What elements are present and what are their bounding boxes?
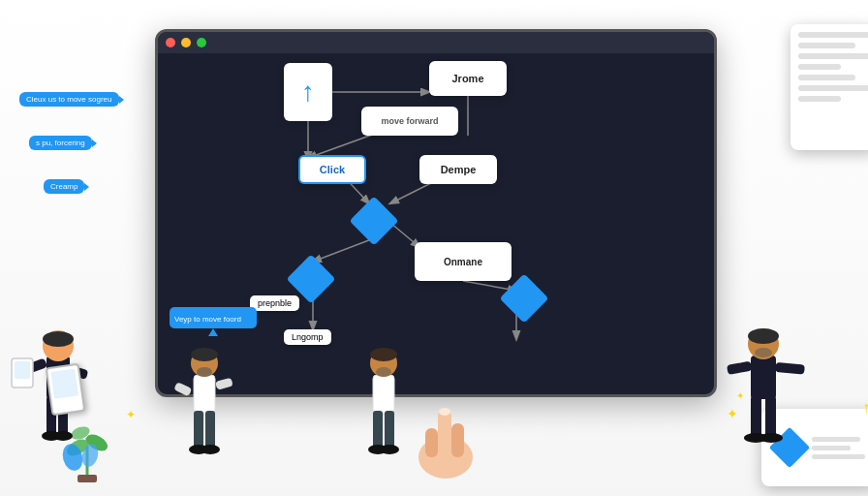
svg-point-54	[439, 408, 450, 416]
svg-marker-41	[208, 328, 218, 336]
person-dark-right	[727, 328, 805, 443]
panel-line	[798, 96, 841, 102]
svg-text:Veyp to move foord: Veyp to move foord	[174, 315, 241, 324]
scene: ↑ Jrome move forward Click Dempe On	[0, 0, 868, 496]
svg-rect-29	[194, 375, 215, 414]
svg-point-31	[191, 348, 218, 361]
svg-rect-52	[451, 423, 464, 457]
svg-point-64	[760, 433, 783, 443]
svg-rect-33	[173, 382, 192, 396]
onmane-label: Onmane	[444, 257, 482, 267]
svg-rect-61	[751, 396, 761, 437]
svg-rect-34	[215, 378, 233, 390]
panel-line	[798, 53, 868, 59]
svg-rect-62	[765, 396, 776, 437]
person-white-right	[368, 348, 399, 454]
click-label: Click	[320, 164, 345, 175]
svg-point-38	[201, 445, 220, 454]
svg-point-32	[197, 367, 212, 377]
monitor-titlebar	[158, 32, 714, 53]
svg-rect-42	[373, 375, 394, 414]
svg-rect-55	[751, 356, 776, 399]
svg-point-58	[755, 348, 772, 357]
bubble-3-text: Creamp	[50, 182, 78, 191]
svg-rect-59	[727, 361, 752, 375]
node-click[interactable]: Click	[298, 155, 366, 184]
svg-rect-35	[194, 411, 203, 450]
svg-rect-23	[15, 361, 30, 379]
node-home: Jrome	[429, 61, 507, 96]
svg-line-6	[313, 238, 374, 262]
speech-bubble-2: s pu, forcering	[29, 136, 92, 150]
node-diamond-1	[350, 197, 399, 246]
node-onmane: Onmane	[415, 242, 512, 281]
svg-rect-51	[438, 409, 451, 457]
bubble-2-text: s pu, forcering	[36, 139, 85, 147]
side-panel-top	[790, 24, 868, 150]
svg-point-27	[53, 431, 73, 441]
move-forward-label: move forward	[381, 116, 438, 126]
people-illustration: ✦ ✦ ✦	[0, 302, 868, 496]
svg-rect-46	[373, 411, 383, 450]
bubble-1-text: Cleux us to move sogreu	[26, 95, 112, 104]
svg-rect-47	[385, 411, 394, 450]
pointer-hand	[418, 408, 473, 479]
dempe-label: Dempe	[441, 164, 477, 175]
panel-line	[798, 43, 855, 48]
speech-bubble-3: Creamp	[44, 179, 84, 194]
sparkle-2: ✦	[727, 406, 738, 421]
close-dot	[166, 38, 175, 47]
side-panel-lines	[790, 24, 868, 109]
sparkle-1: ✦	[126, 408, 136, 421]
node-up-arrow: ↑	[284, 63, 332, 121]
svg-point-20	[43, 331, 74, 347]
person-white-midleft	[173, 348, 233, 454]
svg-point-44	[370, 348, 397, 361]
node-dempe: Dempe	[419, 155, 497, 184]
svg-rect-53	[425, 428, 438, 457]
svg-point-49	[380, 445, 399, 454]
svg-point-45	[376, 367, 391, 377]
svg-rect-36	[205, 411, 215, 450]
speech-bubble-1: Cleux us to move sogreu	[19, 92, 119, 107]
svg-point-57	[748, 328, 779, 344]
node-move-forward: move forward	[361, 107, 458, 136]
sparkle-3: ✦	[736, 390, 744, 401]
maximize-dot	[197, 38, 206, 47]
panel-line	[798, 64, 841, 70]
node-home-label: Jrome	[451, 73, 483, 84]
panel-line	[798, 75, 855, 80]
tablet-device	[46, 363, 86, 416]
panel-line	[798, 85, 868, 91]
panel-line	[798, 32, 868, 38]
up-arrow-icon: ↑	[301, 77, 315, 108]
svg-rect-60	[775, 362, 805, 375]
svg-rect-17	[78, 475, 97, 482]
minimize-dot	[181, 38, 191, 47]
